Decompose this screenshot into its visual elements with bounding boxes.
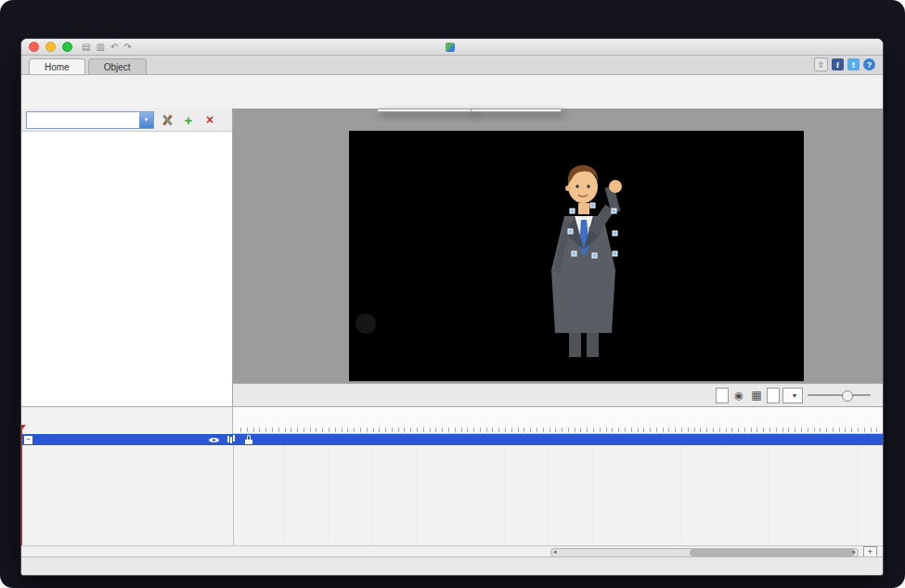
object-panel-toolbar: + ×: [21, 109, 232, 132]
canvas-area[interactable]: [233, 109, 883, 383]
delete-object-button[interactable]: ×: [201, 111, 218, 128]
timeline-ruler[interactable]: [233, 407, 883, 434]
track-header-icons: [209, 435, 252, 444]
stage[interactable]: [349, 131, 804, 381]
save-as-icon[interactable]: ▥: [96, 42, 104, 52]
quality-dropdown[interactable]: [782, 388, 803, 403]
share-icon[interactable]: ⇧: [814, 58, 828, 71]
timeline-panel: [21, 406, 883, 575]
desktop-background: ▤▥↶↷ HomeObject ⇧ft? + ×: [0, 0, 905, 588]
collapse-track-icon[interactable]: [24, 436, 32, 444]
undo-icon[interactable]: ↶: [110, 42, 118, 52]
save-icon[interactable]: ▤: [82, 42, 90, 52]
character-business-man[interactable]: [349, 131, 804, 381]
close-window-button[interactable]: [29, 42, 39, 52]
object-selector[interactable]: [26, 111, 154, 129]
add-object-button[interactable]: +: [180, 111, 197, 128]
maximize-window-button[interactable]: [62, 42, 72, 52]
scrollbar-thumb[interactable]: [690, 549, 855, 556]
tab-home[interactable]: Home: [29, 58, 85, 74]
timeline-grid: [233, 445, 883, 545]
effect-video-submenu: [471, 109, 562, 112]
tools-button[interactable]: [159, 111, 175, 128]
social-links: ⇧ft?: [814, 58, 875, 74]
effect-menu: [377, 109, 475, 112]
ribbon-tabs: HomeObject: [29, 56, 149, 74]
ribbon-tab-bar: HomeObject ⇧ft?: [21, 56, 883, 75]
aspect-ratio-box[interactable]: [767, 388, 780, 403]
titlebar-quick-icons: ▤▥↶↷: [79, 40, 135, 55]
snapshot-icon[interactable]: [731, 388, 746, 403]
object-panel: + ×: [21, 109, 233, 406]
lock-icon[interactable]: [245, 435, 252, 444]
object-tree: [21, 132, 232, 406]
zoom-slider-thumb[interactable]: [842, 390, 853, 402]
chevron-down-icon: [793, 390, 796, 400]
chevron-down-icon[interactable]: [139, 112, 153, 128]
main-toolbar: [21, 75, 883, 113]
app-window: ▤▥↶↷ HomeObject ⇧ft? + ×: [20, 38, 884, 576]
grid-icon[interactable]: [749, 388, 764, 403]
playhead[interactable]: [21, 426, 22, 545]
status-bar: [21, 556, 883, 576]
redo-icon[interactable]: ↷: [123, 42, 131, 52]
transport-bar: [233, 383, 883, 406]
timeline-scrollbar[interactable]: [550, 548, 859, 557]
zoom-slider[interactable]: [808, 388, 871, 403]
panel-divider: [233, 445, 234, 545]
eye-icon[interactable]: [209, 435, 219, 444]
timecode-display[interactable]: [716, 388, 729, 403]
scroll-left-icon[interactable]: [553, 548, 557, 556]
scroll-right-icon[interactable]: [852, 548, 856, 556]
twitter-icon[interactable]: t: [847, 58, 860, 70]
titlebar: ▤▥↶↷: [21, 39, 883, 56]
tab-object[interactable]: Object: [88, 58, 147, 74]
audio-levels-icon[interactable]: [227, 435, 237, 444]
facebook-icon[interactable]: f: [832, 58, 844, 70]
help-icon[interactable]: ?: [863, 58, 875, 70]
fps-row: [21, 545, 883, 556]
window-title: [446, 43, 459, 52]
app-icon: [446, 43, 455, 52]
property-rows: [21, 445, 883, 545]
track-header[interactable]: [21, 434, 883, 445]
minimize-window-button[interactable]: [45, 42, 56, 52]
timeline-toolbar: [21, 407, 233, 434]
